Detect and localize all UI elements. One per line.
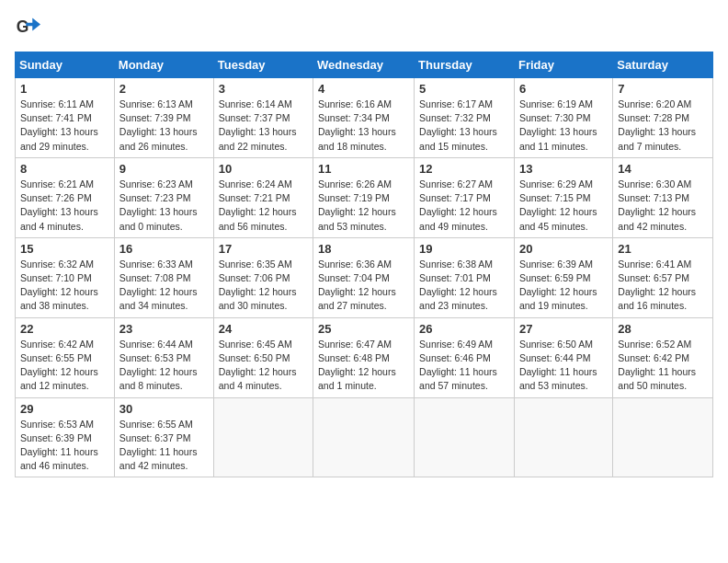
- day-number: 12: [419, 162, 509, 176]
- day-number: 29: [20, 402, 109, 416]
- day-number: 15: [20, 242, 109, 256]
- day-number: 17: [219, 242, 308, 256]
- day-number: 28: [618, 322, 708, 336]
- day-info: Sunrise: 6:14 AMSunset: 7:37 PMDaylight:…: [219, 98, 308, 154]
- calendar-cell: 19Sunrise: 6:38 AMSunset: 7:01 PMDayligh…: [415, 237, 515, 317]
- calendar-cell: 16Sunrise: 6:33 AMSunset: 7:08 PMDayligh…: [114, 237, 213, 317]
- calendar-cell: 4Sunrise: 6:16 AMSunset: 7:34 PMDaylight…: [313, 78, 415, 158]
- day-info: Sunrise: 6:20 AMSunset: 7:28 PMDaylight:…: [618, 98, 708, 154]
- day-info: Sunrise: 6:13 AMSunset: 7:39 PMDaylight:…: [119, 98, 209, 154]
- weekday-saturday: Saturday: [613, 52, 713, 78]
- calendar-cell: 12Sunrise: 6:27 AMSunset: 7:17 PMDayligh…: [415, 157, 515, 237]
- day-number: 16: [119, 242, 209, 256]
- day-info: Sunrise: 6:42 AMSunset: 6:55 PMDaylight:…: [20, 338, 109, 394]
- weekday-thursday: Thursday: [415, 52, 515, 78]
- week-row-4: 22Sunrise: 6:42 AMSunset: 6:55 PMDayligh…: [16, 317, 713, 397]
- calendar-cell: 11Sunrise: 6:26 AMSunset: 7:19 PMDayligh…: [313, 157, 415, 237]
- day-number: 4: [318, 82, 409, 96]
- day-info: Sunrise: 6:44 AMSunset: 6:53 PMDaylight:…: [119, 338, 209, 394]
- calendar-cell: 25Sunrise: 6:47 AMSunset: 6:48 PMDayligh…: [313, 317, 415, 397]
- calendar-cell: 23Sunrise: 6:44 AMSunset: 6:53 PMDayligh…: [114, 317, 213, 397]
- week-row-1: 1Sunrise: 6:11 AMSunset: 7:41 PMDaylight…: [16, 78, 713, 158]
- calendar-cell: 14Sunrise: 6:30 AMSunset: 7:13 PMDayligh…: [613, 157, 713, 237]
- day-number: 9: [119, 162, 209, 176]
- day-info: Sunrise: 6:53 AMSunset: 6:39 PMDaylight:…: [20, 418, 109, 474]
- calendar-body: 1Sunrise: 6:11 AMSunset: 7:41 PMDaylight…: [16, 78, 713, 477]
- weekday-wednesday: Wednesday: [313, 52, 415, 78]
- calendar-cell: 3Sunrise: 6:14 AMSunset: 7:37 PMDaylight…: [213, 78, 313, 158]
- week-row-2: 8Sunrise: 6:21 AMSunset: 7:26 PMDaylight…: [16, 157, 713, 237]
- logo-icon: G: [15, 15, 40, 40]
- calendar-cell: 5Sunrise: 6:17 AMSunset: 7:32 PMDaylight…: [415, 78, 515, 158]
- calendar-cell: 1Sunrise: 6:11 AMSunset: 7:41 PMDaylight…: [16, 78, 115, 158]
- day-number: 25: [318, 322, 409, 336]
- day-info: Sunrise: 6:49 AMSunset: 6:46 PMDaylight:…: [419, 338, 509, 394]
- day-info: Sunrise: 6:50 AMSunset: 6:44 PMDaylight:…: [519, 338, 608, 394]
- week-row-3: 15Sunrise: 6:32 AMSunset: 7:10 PMDayligh…: [16, 237, 713, 317]
- calendar-cell: 9Sunrise: 6:23 AMSunset: 7:23 PMDaylight…: [114, 157, 213, 237]
- day-info: Sunrise: 6:23 AMSunset: 7:23 PMDaylight:…: [119, 178, 209, 234]
- calendar-cell: 8Sunrise: 6:21 AMSunset: 7:26 PMDaylight…: [16, 157, 115, 237]
- day-info: Sunrise: 6:39 AMSunset: 6:59 PMDaylight:…: [519, 258, 608, 314]
- calendar-cell: 26Sunrise: 6:49 AMSunset: 6:46 PMDayligh…: [415, 317, 515, 397]
- calendar-cell: 18Sunrise: 6:36 AMSunset: 7:04 PMDayligh…: [313, 237, 415, 317]
- day-number: 23: [119, 322, 209, 336]
- calendar-cell: 10Sunrise: 6:24 AMSunset: 7:21 PMDayligh…: [213, 157, 313, 237]
- calendar-cell: 22Sunrise: 6:42 AMSunset: 6:55 PMDayligh…: [16, 317, 115, 397]
- calendar-cell: [313, 397, 415, 477]
- calendar-cell: [213, 397, 313, 477]
- day-info: Sunrise: 6:19 AMSunset: 7:30 PMDaylight:…: [519, 98, 608, 154]
- day-number: 20: [519, 242, 608, 256]
- calendar-cell: 24Sunrise: 6:45 AMSunset: 6:50 PMDayligh…: [213, 317, 313, 397]
- day-number: 26: [419, 322, 509, 336]
- calendar-cell: 20Sunrise: 6:39 AMSunset: 6:59 PMDayligh…: [514, 237, 612, 317]
- calendar-table: SundayMondayTuesdayWednesdayThursdayFrid…: [15, 52, 713, 477]
- day-number: 6: [519, 82, 608, 96]
- weekday-sunday: Sunday: [16, 52, 115, 78]
- weekday-friday: Friday: [514, 52, 612, 78]
- day-number: 30: [119, 402, 209, 416]
- day-info: Sunrise: 6:17 AMSunset: 7:32 PMDaylight:…: [419, 98, 509, 154]
- calendar-cell: 29Sunrise: 6:53 AMSunset: 6:39 PMDayligh…: [16, 397, 115, 477]
- day-number: 5: [419, 82, 509, 96]
- calendar-cell: 2Sunrise: 6:13 AMSunset: 7:39 PMDaylight…: [114, 78, 213, 158]
- day-info: Sunrise: 6:16 AMSunset: 7:34 PMDaylight:…: [318, 98, 409, 154]
- calendar-cell: 21Sunrise: 6:41 AMSunset: 6:57 PMDayligh…: [613, 237, 713, 317]
- day-info: Sunrise: 6:45 AMSunset: 6:50 PMDaylight:…: [219, 338, 308, 394]
- day-number: 27: [519, 322, 608, 336]
- calendar-cell: 30Sunrise: 6:55 AMSunset: 6:37 PMDayligh…: [114, 397, 213, 477]
- day-info: Sunrise: 6:32 AMSunset: 7:10 PMDaylight:…: [20, 258, 109, 314]
- day-info: Sunrise: 6:38 AMSunset: 7:01 PMDaylight:…: [419, 258, 509, 314]
- day-number: 2: [119, 82, 209, 96]
- day-info: Sunrise: 6:47 AMSunset: 6:48 PMDaylight:…: [318, 338, 409, 394]
- day-number: 7: [618, 82, 708, 96]
- weekday-tuesday: Tuesday: [213, 52, 313, 78]
- page-header: G: [15, 15, 713, 40]
- day-info: Sunrise: 6:30 AMSunset: 7:13 PMDaylight:…: [618, 178, 708, 234]
- day-info: Sunrise: 6:33 AMSunset: 7:08 PMDaylight:…: [119, 258, 209, 314]
- calendar-cell: [415, 397, 515, 477]
- day-info: Sunrise: 6:27 AMSunset: 7:17 PMDaylight:…: [419, 178, 509, 234]
- day-info: Sunrise: 6:24 AMSunset: 7:21 PMDaylight:…: [219, 178, 308, 234]
- calendar-cell: 15Sunrise: 6:32 AMSunset: 7:10 PMDayligh…: [16, 237, 115, 317]
- calendar-cell: 6Sunrise: 6:19 AMSunset: 7:30 PMDaylight…: [514, 78, 612, 158]
- day-info: Sunrise: 6:29 AMSunset: 7:15 PMDaylight:…: [519, 178, 608, 234]
- day-number: 22: [20, 322, 109, 336]
- calendar-cell: 28Sunrise: 6:52 AMSunset: 6:42 PMDayligh…: [613, 317, 713, 397]
- day-number: 24: [219, 322, 308, 336]
- calendar-cell: [613, 397, 713, 477]
- day-number: 10: [219, 162, 308, 176]
- day-number: 8: [20, 162, 109, 176]
- day-number: 21: [618, 242, 708, 256]
- calendar-cell: [514, 397, 612, 477]
- day-number: 11: [318, 162, 409, 176]
- svg-text:G: G: [17, 17, 29, 36]
- day-info: Sunrise: 6:21 AMSunset: 7:26 PMDaylight:…: [20, 178, 109, 234]
- day-info: Sunrise: 6:36 AMSunset: 7:04 PMDaylight:…: [318, 258, 409, 314]
- day-info: Sunrise: 6:41 AMSunset: 6:57 PMDaylight:…: [618, 258, 708, 314]
- day-info: Sunrise: 6:11 AMSunset: 7:41 PMDaylight:…: [20, 98, 109, 154]
- logo: G: [15, 15, 44, 40]
- calendar-cell: 27Sunrise: 6:50 AMSunset: 6:44 PMDayligh…: [514, 317, 612, 397]
- calendar-cell: 7Sunrise: 6:20 AMSunset: 7:28 PMDaylight…: [613, 78, 713, 158]
- day-number: 19: [419, 242, 509, 256]
